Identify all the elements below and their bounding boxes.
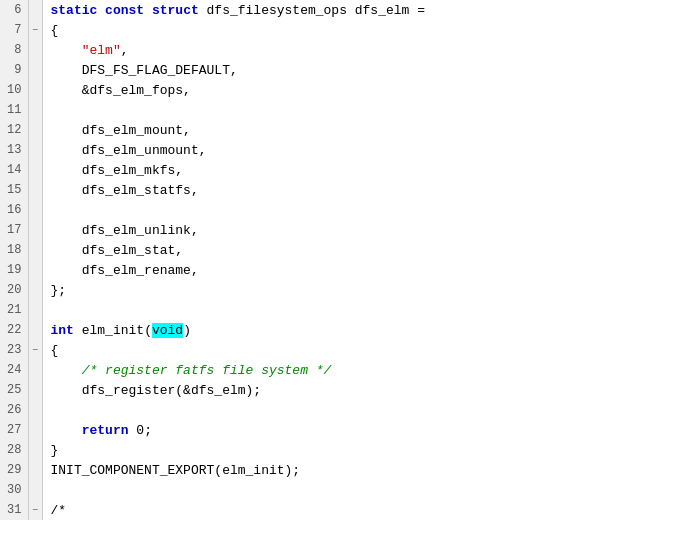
table-row: 12 dfs_elm_mount, — [0, 120, 674, 140]
line-number: 22 — [0, 320, 28, 340]
line-code: dfs_elm_unmount, — [42, 140, 674, 160]
fold-icon — [28, 220, 42, 240]
table-row: 15 dfs_elm_statfs, — [0, 180, 674, 200]
table-row: 16 — [0, 200, 674, 220]
line-number: 16 — [0, 200, 28, 220]
fold-icon — [28, 120, 42, 140]
table-row: 20}; — [0, 280, 674, 300]
fold-icon — [28, 420, 42, 440]
line-number: 10 — [0, 80, 28, 100]
fold-icon — [28, 260, 42, 280]
table-row: 24 /* register fatfs file system */ — [0, 360, 674, 380]
fold-icon — [28, 180, 42, 200]
line-number: 25 — [0, 380, 28, 400]
table-row: 10 &dfs_elm_fops, — [0, 80, 674, 100]
table-row: 23−{ — [0, 340, 674, 360]
fold-icon — [28, 300, 42, 320]
table-row: 26 — [0, 400, 674, 420]
line-number: 26 — [0, 400, 28, 420]
line-code: return 0; — [42, 420, 674, 440]
fold-icon — [28, 40, 42, 60]
table-row: 13 dfs_elm_unmount, — [0, 140, 674, 160]
line-code: /* — [42, 500, 674, 520]
table-row: 29INIT_COMPONENT_EXPORT(elm_init); — [0, 460, 674, 480]
line-code: "elm", — [42, 40, 674, 60]
fold-icon — [28, 380, 42, 400]
table-row: 30 — [0, 480, 674, 500]
fold-icon — [28, 160, 42, 180]
line-code: dfs_elm_stat, — [42, 240, 674, 260]
table-row: 27 return 0; — [0, 420, 674, 440]
line-code: }; — [42, 280, 674, 300]
line-number: 6 — [0, 0, 28, 20]
table-row: 25 dfs_register(&dfs_elm); — [0, 380, 674, 400]
line-code — [42, 100, 674, 120]
line-number: 18 — [0, 240, 28, 260]
fold-icon — [28, 0, 42, 20]
fold-icon — [28, 60, 42, 80]
code-container: 6static const struct dfs_filesystem_ops … — [0, 0, 674, 540]
line-code: int elm_init(void) — [42, 320, 674, 340]
line-code: INIT_COMPONENT_EXPORT(elm_init); — [42, 460, 674, 480]
table-row: 28} — [0, 440, 674, 460]
fold-icon — [28, 280, 42, 300]
line-number: 29 — [0, 460, 28, 480]
table-row: 6static const struct dfs_filesystem_ops … — [0, 0, 674, 20]
table-row: 14 dfs_elm_mkfs, — [0, 160, 674, 180]
line-code: dfs_elm_mkfs, — [42, 160, 674, 180]
table-row: 22int elm_init(void) — [0, 320, 674, 340]
line-code — [42, 400, 674, 420]
line-number: 30 — [0, 480, 28, 500]
line-number: 9 — [0, 60, 28, 80]
line-code: } — [42, 440, 674, 460]
table-row: 11 — [0, 100, 674, 120]
line-number: 14 — [0, 160, 28, 180]
table-row: 21 — [0, 300, 674, 320]
line-number: 23 — [0, 340, 28, 360]
line-code: dfs_elm_mount, — [42, 120, 674, 140]
table-row: 7−{ — [0, 20, 674, 40]
line-number: 21 — [0, 300, 28, 320]
fold-icon — [28, 80, 42, 100]
fold-icon — [28, 100, 42, 120]
line-code: dfs_elm_rename, — [42, 260, 674, 280]
line-number: 11 — [0, 100, 28, 120]
fold-icon[interactable]: − — [28, 20, 42, 40]
table-row: 9 DFS_FS_FLAG_DEFAULT, — [0, 60, 674, 80]
fold-icon — [28, 140, 42, 160]
line-number: 17 — [0, 220, 28, 240]
fold-icon — [28, 240, 42, 260]
fold-icon — [28, 480, 42, 500]
fold-icon[interactable]: − — [28, 340, 42, 360]
fold-icon[interactable]: − — [28, 500, 42, 520]
table-row: 17 dfs_elm_unlink, — [0, 220, 674, 240]
table-row: 18 dfs_elm_stat, — [0, 240, 674, 260]
line-code: /* register fatfs file system */ — [42, 360, 674, 380]
code-table: 6static const struct dfs_filesystem_ops … — [0, 0, 674, 520]
line-number: 27 — [0, 420, 28, 440]
fold-icon — [28, 400, 42, 420]
line-code: static const struct dfs_filesystem_ops d… — [42, 0, 674, 20]
line-number: 12 — [0, 120, 28, 140]
line-number: 7 — [0, 20, 28, 40]
line-code — [42, 480, 674, 500]
table-row: 8 "elm", — [0, 40, 674, 60]
line-number: 8 — [0, 40, 28, 60]
line-code: dfs_elm_statfs, — [42, 180, 674, 200]
line-number: 13 — [0, 140, 28, 160]
fold-icon — [28, 200, 42, 220]
line-code: { — [42, 340, 674, 360]
fold-icon — [28, 320, 42, 340]
line-number: 24 — [0, 360, 28, 380]
line-code — [42, 300, 674, 320]
table-row: 31−/* — [0, 500, 674, 520]
line-number: 28 — [0, 440, 28, 460]
line-number: 31 — [0, 500, 28, 520]
table-row: 19 dfs_elm_rename, — [0, 260, 674, 280]
line-number: 15 — [0, 180, 28, 200]
line-code: { — [42, 20, 674, 40]
line-number: 20 — [0, 280, 28, 300]
fold-icon — [28, 440, 42, 460]
line-number: 19 — [0, 260, 28, 280]
fold-icon — [28, 360, 42, 380]
